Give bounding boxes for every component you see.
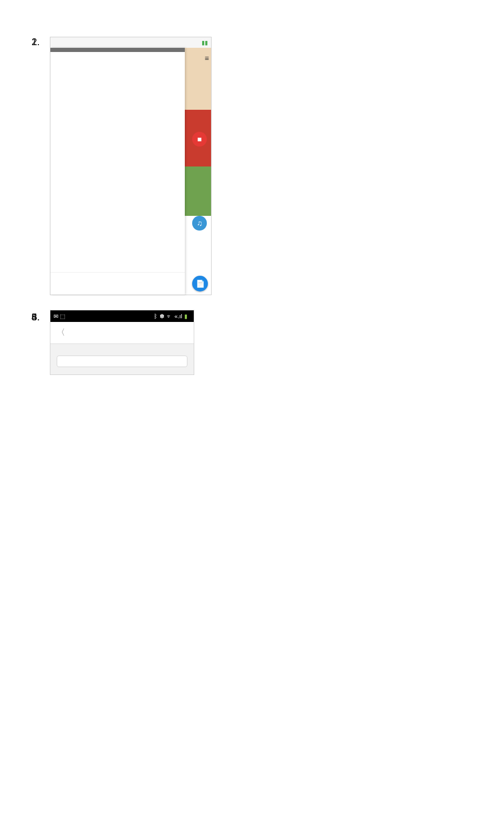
screenshot-aidrive-settings: ✉⬚ ᛒ ✽ ᯤ «.ıl ▮ 〈: [50, 310, 472, 375]
peek-title: ≡: [205, 54, 209, 62]
bluetooth-icon: ᛒ: [154, 313, 158, 319]
drawer-stats: [50, 272, 185, 279]
background-peek: [184, 48, 211, 295]
drawer: [50, 48, 185, 295]
drawer-section-header: [50, 48, 185, 52]
status-bar: ✉⬚ ᛒ ✽ ᯤ «.ıl ▮: [50, 310, 194, 322]
add-file-button[interactable]: 📄: [192, 276, 208, 291]
back-icon[interactable]: 〈: [57, 327, 65, 338]
signal-icon: ▮▮: [202, 39, 208, 46]
video-icon: ■: [192, 132, 207, 147]
page-footer: [32, 391, 472, 402]
battery-icon: ▮: [184, 313, 187, 320]
music-icon: ♫: [192, 216, 207, 231]
status-bar: ▮▮: [50, 37, 211, 48]
screenshot-aidrive-drawer: ▮▮ ≡ ■ ♫ 📄: [50, 37, 472, 295]
signal-icon: «.ıl: [174, 313, 182, 319]
status-icon: ✉: [54, 313, 58, 320]
wifi-icon: ᯤ: [166, 313, 172, 319]
status-icon: ⬚: [60, 313, 65, 320]
save-button[interactable]: [57, 356, 187, 367]
wifi-icon: ✽: [160, 313, 164, 320]
settings-header: 〈: [50, 322, 194, 344]
